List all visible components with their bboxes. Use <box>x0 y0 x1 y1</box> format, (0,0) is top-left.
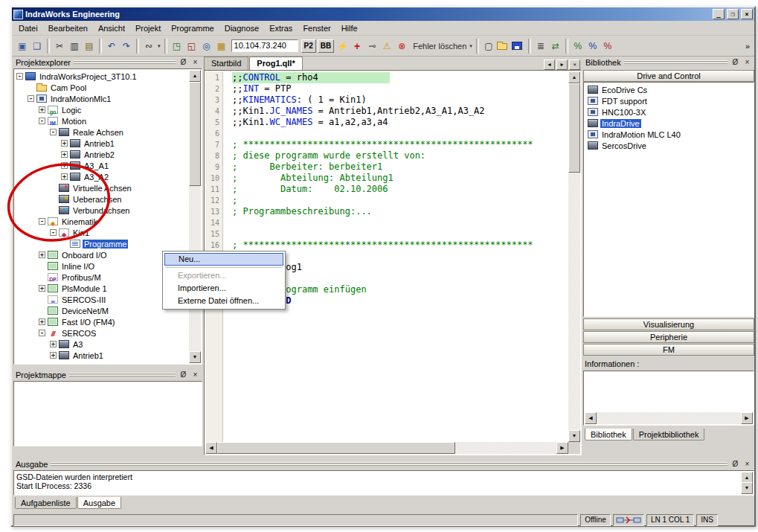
sync-icon[interactable]: ⇄ <box>548 39 563 54</box>
library-item-indradrive[interactable]: IndraDrive <box>585 118 753 129</box>
scroll-up-icon[interactable]: ▲ <box>568 71 580 83</box>
editor-vertical-scrollbar[interactable]: ▲ ▼ <box>568 71 580 442</box>
dropdown-arrow-icon[interactable]: ▾ <box>156 43 162 49</box>
project-tree-scrollbar[interactable]: ▲ ▼ <box>189 70 201 363</box>
menu-extras[interactable]: Extras <box>264 22 298 35</box>
percent-up-icon[interactable]: % <box>585 39 600 54</box>
tree-item-virtuelle-achsen[interactable]: Virtuelle Achsen <box>15 182 189 193</box>
editor-tab-startbild[interactable]: Startbild <box>204 57 248 70</box>
toolbar-button-p2[interactable]: P2 <box>301 39 316 53</box>
tree-toggle-expand-icon[interactable]: + <box>50 352 57 359</box>
copy-icon[interactable]: ▥ <box>67 39 82 54</box>
menu-hilfe[interactable]: Hilfe <box>336 22 363 35</box>
tree-toggle-expand-icon[interactable]: + <box>39 251 45 258</box>
clear-errors-icon[interactable]: ⊗ <box>394 39 409 54</box>
close-panel-icon[interactable]: × <box>742 460 752 469</box>
scroll-left-icon[interactable]: ◀ <box>205 442 217 454</box>
scrollbar-thumb[interactable] <box>189 82 201 186</box>
tree-toggle-expand-icon[interactable]: + <box>39 106 45 113</box>
tree-toggle-expand-icon[interactable]: + <box>61 173 68 180</box>
library-item-sercosdrive[interactable]: SercosDrive <box>585 140 753 151</box>
scroll-up-icon[interactable]: ▲ <box>189 70 201 82</box>
go-offline-icon[interactable]: ◱ <box>184 39 199 54</box>
tree-item-motion[interactable]: -Motion <box>15 115 189 126</box>
tree-item-antrieb1[interactable]: +Antrieb1 <box>15 350 189 361</box>
output-tab-ausgabe[interactable]: Ausgabe <box>77 497 121 509</box>
close-button[interactable]: × <box>741 9 753 19</box>
toolbar-button-fehler-l-schen[interactable]: Fehler löschen <box>409 42 468 51</box>
tree-item-ueberachsen[interactable]: Ueberachsen <box>15 193 189 205</box>
library-section-peripherie[interactable]: Peripherie <box>583 331 754 343</box>
tree-item-kin1[interactable]: -Kin1 <box>15 227 189 238</box>
pin-icon[interactable]: Ø <box>179 371 188 379</box>
context-menu-item-externe-datei-ffnen[interactable]: Externe Datei öffnen... <box>164 295 283 307</box>
tree-item-a3-a1[interactable]: +A3_A1 <box>15 160 189 171</box>
percent-check-icon[interactable]: % <box>571 39 585 54</box>
pin-icon[interactable]: Ø <box>730 58 740 67</box>
context-menu-item-neu[interactable]: Neu... <box>164 253 283 266</box>
percent-down-icon[interactable]: % <box>600 39 615 54</box>
tree-item-sercos[interactable]: -SERCOS <box>15 327 189 339</box>
tree-toggle-collapse-icon[interactable]: - <box>16 73 23 80</box>
scroll-right-icon[interactable]: ▶ <box>556 442 568 454</box>
library-tab-projektbibliothek[interactable]: Projektbibliothek <box>633 429 705 440</box>
tree-toggle-collapse-icon[interactable]: - <box>28 95 34 102</box>
go-online-icon[interactable]: ◳ <box>170 39 184 54</box>
folder-target-icon[interactable]: ▦ <box>214 39 229 54</box>
close-panel-icon[interactable]: × <box>190 371 200 379</box>
tree-item-indramotionmlc1[interactable]: -IndraMotionMlc1 <box>15 93 189 104</box>
tree-item-antrieb1[interactable]: +Antrieb1 <box>15 138 189 149</box>
tree-item-fast-i-o-fm4[interactable]: +Fast I/O (FM4) <box>15 316 189 327</box>
editor-horizontal-scrollbar[interactable]: ◀ ▶ <box>205 442 568 454</box>
tree-item-reale-achsen[interactable]: -Reale Achsen <box>15 126 189 138</box>
tree-item-indraworksproject-3t10-1[interactable]: -IndraWorksProject_3T10.1 <box>15 71 189 82</box>
menu-diagnose[interactable]: Diagnose <box>219 22 264 35</box>
close-panel-icon[interactable]: × <box>190 58 200 67</box>
tree-toggle-expand-icon[interactable]: + <box>61 162 68 169</box>
menu-bearbeiten[interactable]: Bearbeiten <box>43 22 93 35</box>
paste-icon[interactable]: ▤ <box>82 39 97 54</box>
tree-toggle-expand-icon[interactable]: + <box>61 140 68 147</box>
tree-toggle-collapse-icon[interactable]: - <box>39 218 45 225</box>
tab-scroll-left-icon[interactable]: ◂ <box>544 60 555 70</box>
new-doc-icon[interactable]: ▢ <box>481 39 496 54</box>
menu-fenster[interactable]: Fenster <box>298 22 335 35</box>
tab-close-icon[interactable]: × <box>569 60 580 70</box>
tree-toggle-expand-icon[interactable]: + <box>39 318 45 325</box>
library-item-ecodrive-cs[interactable]: EcoDrive Cs <box>585 84 753 95</box>
tree-toggle-expand-icon[interactable]: + <box>61 151 68 158</box>
new-window-icon[interactable]: ▣ <box>15 39 30 54</box>
toolbar-button-bb[interactable]: BB <box>318 39 334 53</box>
menu-datei[interactable]: Datei <box>13 22 43 35</box>
tree-toggle-expand-icon[interactable]: + <box>50 341 57 347</box>
warning-icon[interactable]: ⚠ <box>379 39 394 54</box>
pin-icon[interactable]: Ø <box>730 460 740 469</box>
tree-item-programme[interactable]: Programme <box>15 238 189 249</box>
scroll-left-icon[interactable]: ◀ <box>585 412 597 424</box>
toolbar-overflow-icon[interactable]: » <box>745 42 751 51</box>
scroll-down-icon[interactable]: ▼ <box>189 351 201 363</box>
tree-item-a3-a2[interactable]: +A3_A2 <box>15 171 189 182</box>
plug-icon[interactable]: ⊸ <box>364 39 379 54</box>
scrollbar-thumb[interactable] <box>217 442 455 454</box>
tree-item-antrieb2[interactable]: +Antrieb2 <box>15 149 189 160</box>
context-menu-item-importieren[interactable]: Importieren... <box>164 282 283 295</box>
tree-item-kinematik[interactable]: -Kinematik <box>15 216 189 227</box>
output-scrollbar[interactable]: ▲ ▼ <box>741 472 753 494</box>
library-item-hnc100-3x[interactable]: HNC100-3X <box>585 106 753 118</box>
output-tab-aufgabenliste[interactable]: Aufgabenliste <box>15 497 77 509</box>
scrollbar-thumb[interactable] <box>568 83 580 173</box>
redo-icon[interactable]: ↷ <box>119 39 134 54</box>
pin-icon[interactable]: Ø <box>179 58 188 67</box>
editor-tab-prog1-qll[interactable]: Prog1.qll* <box>249 57 302 70</box>
tree-item-cam-pool[interactable]: Cam Pool <box>15 82 189 93</box>
restore-button[interactable]: ❐ <box>727 9 739 19</box>
close-panel-icon[interactable]: × <box>742 58 752 67</box>
list-view-icon[interactable]: ≣ <box>533 39 548 54</box>
tree-item-a3[interactable]: +A3 <box>15 339 189 350</box>
menu-projekt[interactable]: Projekt <box>130 22 166 35</box>
open-folder-icon[interactable] <box>496 39 511 54</box>
title-bar[interactable]: IndraWorks Engineering _ ❐ × <box>12 7 754 21</box>
library-tab-bibliothek[interactable]: Bibliothek <box>585 429 632 440</box>
scroll-down-icon[interactable]: ▼ <box>741 482 753 494</box>
